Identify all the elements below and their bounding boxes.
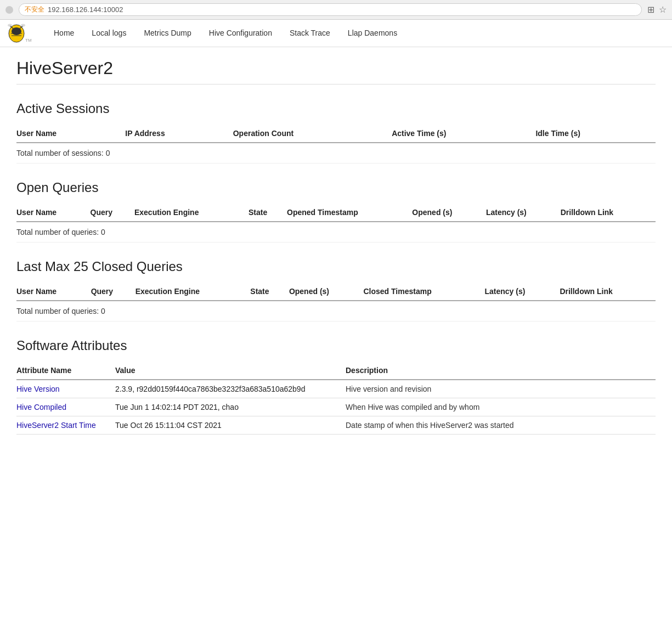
navbar: TM Home Local logs Metrics Dump Hive Con… (0, 20, 672, 47)
nav-llap-daemons[interactable]: Llap Daemons (339, 20, 406, 47)
oq-col-query: Query (91, 204, 134, 222)
open-queries-title: Open Queries (16, 180, 656, 195)
cq-col-query: Query (91, 283, 135, 301)
hive-logo: TM (5, 23, 34, 44)
closed-queries-title: Last Max 25 Closed Queries (16, 259, 656, 274)
attr-name-hive-compiled: Hive Compiled (16, 398, 115, 416)
closed-queries-total: Total number of queries: 0 (16, 301, 656, 322)
col-ip: IP Address (125, 125, 233, 143)
software-attributes-title: Software Attributes (16, 338, 656, 353)
hive-logo-container: TM (5, 23, 34, 44)
attr-value-hive-version: 2.3.9, r92dd0159f440ca7863be3232f3a683a5… (115, 380, 346, 398)
main-content: HiveServer2 Active Sessions User Name IP… (0, 47, 672, 445)
attr-col-name: Attribute Name (16, 362, 115, 380)
attr-desc-start-time: Date stamp of when this HiveServer2 was … (346, 416, 656, 435)
cq-col-exec-engine: Execution Engine (135, 283, 251, 301)
svg-point-5 (8, 24, 12, 26)
active-sessions-header-row: User Name IP Address Operation Count Act… (16, 125, 656, 143)
table-row: Hive Compiled Tue Jun 1 14:02:14 PDT 202… (16, 398, 656, 416)
active-sessions-table: User Name IP Address Operation Count Act… (16, 125, 656, 163)
oq-col-exec-engine: Execution Engine (134, 204, 249, 222)
oq-col-state: State (249, 204, 287, 222)
closed-queries-header-row: User Name Query Execution Engine State O… (16, 283, 656, 301)
attr-header-row: Attribute Name Value Description (16, 362, 656, 380)
nav-home[interactable]: Home (45, 20, 83, 47)
col-username: User Name (16, 125, 125, 143)
open-queries-total-row: Total number of queries: 0 (16, 222, 656, 242)
nav-metrics-dump[interactable]: Metrics Dump (135, 20, 200, 47)
attr-name-hive-version: Hive Version (16, 380, 115, 398)
closed-queries-total-row: Total number of queries: 0 (16, 301, 656, 322)
cq-col-opened-s: Opened (s) (289, 283, 364, 301)
translate-icon[interactable]: ⊞ (647, 4, 654, 15)
nav-local-logs[interactable]: Local logs (83, 20, 135, 47)
address-bar[interactable]: 不安全 192.168.126.144:10002 (19, 3, 642, 16)
oq-col-opened-s: Opened (s) (412, 204, 486, 222)
bookmark-icon[interactable]: ☆ (659, 4, 667, 15)
browser-icons: ⊞ ☆ (647, 4, 667, 15)
oq-col-latency: Latency (s) (486, 204, 561, 222)
active-sessions-title: Active Sessions (16, 101, 656, 116)
cq-col-closed-ts: Closed Timestamp (363, 283, 484, 301)
cq-col-latency: Latency (s) (484, 283, 560, 301)
table-row: HiveServer2 Start Time Tue Oct 26 15:11:… (16, 416, 656, 435)
page-title: HiveServer2 (16, 58, 656, 84)
attr-col-description: Description (346, 362, 656, 380)
table-row: Hive Version 2.3.9, r92dd0159f440ca7863b… (16, 380, 656, 398)
browser-chrome: 不安全 192.168.126.144:10002 ⊞ ☆ (0, 0, 672, 20)
oq-col-opened-ts: Opened Timestamp (287, 204, 412, 222)
attr-col-value: Value (115, 362, 346, 380)
attr-value-start-time: Tue Oct 26 15:11:04 CST 2021 (115, 416, 346, 435)
browser-back-btn[interactable] (5, 6, 13, 14)
col-idle-time: Idle Time (s) (535, 125, 656, 143)
oq-col-username: User Name (16, 204, 91, 222)
software-attributes-table: Attribute Name Value Description Hive Ve… (16, 362, 656, 435)
closed-queries-table: User Name Query Execution Engine State O… (16, 283, 656, 322)
open-queries-total: Total number of queries: 0 (16, 222, 656, 242)
open-queries-table: User Name Query Execution Engine State O… (16, 204, 656, 242)
nav-stack-trace[interactable]: Stack Trace (281, 20, 339, 47)
col-active-time: Active Time (s) (392, 125, 535, 143)
attr-desc-hive-compiled: When Hive was compiled and by whom (346, 398, 656, 416)
oq-col-drilldown: Drilldown Link (561, 204, 656, 222)
attr-value-hive-compiled: Tue Jun 1 14:02:14 PDT 2021, chao (115, 398, 346, 416)
active-sessions-total-row: Total number of sessions: 0 (16, 143, 656, 163)
attr-desc-hive-version: Hive version and revision (346, 380, 656, 398)
svg-point-6 (21, 24, 25, 26)
nav-hive-configuration[interactable]: Hive Configuration (200, 20, 281, 47)
active-sessions-total: Total number of sessions: 0 (16, 143, 656, 163)
attr-name-start-time: HiveServer2 Start Time (16, 416, 115, 435)
cq-col-username: User Name (16, 283, 91, 301)
col-op-count: Operation Count (233, 125, 392, 143)
security-warning: 不安全 (25, 5, 44, 14)
address-text: 192.168.126.144:10002 (48, 5, 123, 14)
cq-col-state: State (250, 283, 289, 301)
svg-text:TM: TM (25, 38, 32, 43)
browser-controls (5, 6, 13, 14)
cq-col-drilldown: Drilldown Link (560, 283, 656, 301)
open-queries-header-row: User Name Query Execution Engine State O… (16, 204, 656, 222)
